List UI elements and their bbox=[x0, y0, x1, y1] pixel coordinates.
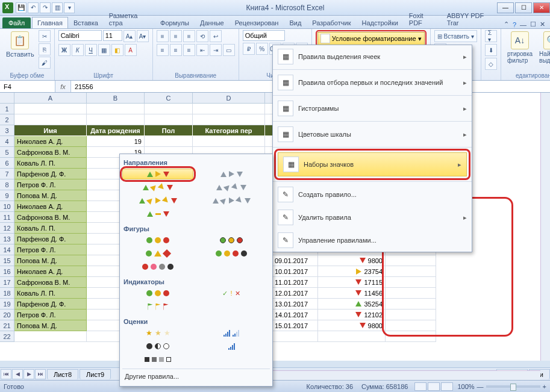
name-cell[interactable]: Сафронова В. М. bbox=[14, 212, 87, 223]
col-header-B[interactable]: B bbox=[87, 93, 145, 104]
row-header[interactable]: 6 bbox=[0, 158, 14, 169]
iconset-4ratings[interactable] bbox=[196, 328, 267, 338]
date-cell[interactable]: 09.01.2017 bbox=[265, 255, 318, 266]
italic-icon[interactable]: К bbox=[72, 44, 84, 56]
indent-icon[interactable]: ⇥ bbox=[210, 44, 222, 56]
date-cell[interactable]: 11.01.2017 bbox=[265, 277, 318, 288]
zoom-slider[interactable] bbox=[486, 385, 540, 388]
name-cell[interactable]: Петров Ф. Л. bbox=[14, 244, 87, 255]
row-header[interactable]: 10 bbox=[0, 201, 14, 212]
tab-review[interactable]: Рецензирован bbox=[230, 17, 284, 28]
iconset-4arrows-gray[interactable] bbox=[196, 182, 267, 193]
row-header[interactable]: 5 bbox=[0, 147, 14, 158]
orientation-icon[interactable]: ⟲ bbox=[196, 30, 208, 42]
table-header[interactable]: Пол bbox=[145, 125, 193, 136]
table-header[interactable]: Дата рождения bbox=[87, 125, 145, 136]
value-cell[interactable]: 17115 bbox=[318, 277, 386, 288]
fill-color-icon[interactable]: ◧ bbox=[111, 44, 123, 56]
iconset-3trafficlights-unrimmed[interactable] bbox=[122, 235, 193, 246]
cell[interactable] bbox=[14, 331, 87, 342]
percent-icon[interactable]: % bbox=[256, 43, 268, 55]
tab-data[interactable]: Данные bbox=[195, 17, 230, 28]
cf-menu-item[interactable]: ✎Создать правило... bbox=[273, 183, 472, 206]
table-header[interactable]: Имя bbox=[14, 125, 87, 136]
row-header[interactable]: 21 bbox=[0, 320, 14, 331]
tab-addins[interactable]: Надстройки bbox=[356, 17, 403, 28]
iconset-3signs[interactable] bbox=[122, 248, 193, 259]
iconset-3symbols-circled[interactable] bbox=[122, 288, 193, 299]
cell[interactable] bbox=[386, 288, 436, 299]
autosum-icon[interactable]: Σ ▾ bbox=[485, 30, 497, 42]
name-cell[interactable]: Коваль Л. П. bbox=[14, 158, 87, 169]
iconset-redtoblack[interactable] bbox=[122, 261, 193, 272]
close-button[interactable]: ✕ bbox=[533, 2, 550, 13]
format-painter-icon[interactable]: 🖌 bbox=[39, 57, 51, 69]
cf-menu-item[interactable]: ✎Управление правилами... bbox=[273, 229, 472, 252]
name-cell[interactable]: Коваль Л. П. bbox=[14, 223, 87, 234]
birth-cell[interactable]: 19 bbox=[87, 136, 145, 147]
fill-icon[interactable]: ⬇ bbox=[485, 44, 497, 56]
row-header[interactable]: 22 bbox=[0, 331, 14, 342]
name-cell[interactable]: Парфенов Д. Ф. bbox=[14, 234, 87, 244]
table-header[interactable]: Категория пер bbox=[193, 125, 265, 136]
minimize-button[interactable]: — bbox=[497, 2, 514, 13]
zoom-control[interactable]: 100% — + bbox=[457, 383, 546, 390]
tab-layout[interactable]: Разметка стра bbox=[104, 10, 155, 28]
sheet-tab[interactable]: Лист9 bbox=[80, 369, 111, 379]
name-cell[interactable]: Парфенов Д. Ф. bbox=[14, 299, 87, 310]
cell[interactable] bbox=[87, 114, 145, 125]
number-format-input[interactable] bbox=[243, 30, 285, 41]
iconsets-other-rules[interactable]: Другие правила... bbox=[122, 369, 270, 384]
name-box[interactable]: F4 bbox=[0, 81, 55, 92]
cut-icon[interactable]: ✂ bbox=[39, 30, 51, 42]
cell[interactable] bbox=[386, 299, 436, 310]
help-icon[interactable]: ? bbox=[513, 21, 516, 28]
name-cell[interactable]: Парфенов Д. Ф. bbox=[14, 169, 87, 179]
row-header[interactable]: 11 bbox=[0, 212, 14, 223]
iconset-5ratings[interactable] bbox=[196, 341, 267, 352]
row-header[interactable]: 18 bbox=[0, 288, 14, 299]
paste-button[interactable]: 📋 Вставить bbox=[4, 30, 37, 69]
row-header[interactable]: 12 bbox=[0, 223, 14, 234]
cf-menu-item[interactable]: ▦Цветовые шкалы▸ bbox=[273, 123, 472, 146]
cell[interactable] bbox=[318, 331, 386, 342]
row-header[interactable]: 16 bbox=[0, 266, 14, 277]
dedent-icon[interactable]: ⇤ bbox=[196, 44, 208, 56]
align-bot-icon[interactable]: ≡ bbox=[183, 30, 195, 42]
currency-icon[interactable]: ₽ bbox=[243, 43, 255, 55]
font-size-input[interactable] bbox=[103, 30, 122, 41]
iconset-3arrows-gray[interactable] bbox=[196, 169, 267, 179]
iconset-5quarters[interactable] bbox=[122, 341, 193, 352]
align-top-icon[interactable]: ≡ bbox=[157, 30, 169, 42]
iconset-5arrows-gray[interactable] bbox=[196, 195, 267, 206]
align-mid-icon[interactable]: ≡ bbox=[170, 30, 182, 42]
row-header[interactable]: 3 bbox=[0, 125, 14, 136]
font-name-input[interactable] bbox=[58, 30, 102, 41]
date-cell[interactable]: 12.01.2017 bbox=[265, 288, 318, 299]
cell[interactable] bbox=[386, 320, 436, 331]
find-select-button[interactable]: 🔍 Найти и выделить bbox=[537, 30, 550, 65]
font-color-icon[interactable]: A bbox=[125, 44, 137, 56]
tab-view[interactable]: Вид bbox=[284, 17, 307, 28]
date-cell[interactable]: 13.01.2017 bbox=[265, 299, 318, 310]
name-cell[interactable]: Николаев А. Д. bbox=[14, 136, 87, 147]
cell[interactable] bbox=[193, 114, 265, 125]
row-header[interactable]: 7 bbox=[0, 169, 14, 179]
file-tab[interactable]: Файл bbox=[2, 17, 31, 28]
iconset-3stars[interactable]: ★★★ bbox=[122, 328, 193, 338]
qat-save-icon[interactable]: 💾 bbox=[16, 2, 27, 13]
tab-insert[interactable]: Вставка bbox=[68, 17, 104, 28]
view-break-icon[interactable] bbox=[441, 382, 453, 391]
date-cell[interactable]: 15.01.2017 bbox=[265, 320, 318, 331]
value-cell[interactable]: 9800 bbox=[318, 320, 386, 331]
sort-filter-button[interactable]: A↓ ртировка фильтр bbox=[505, 30, 535, 65]
cell[interactable] bbox=[193, 136, 265, 147]
shrink-font-icon[interactable]: A▾ bbox=[137, 30, 149, 42]
iconset-4arrows-colored[interactable] bbox=[122, 182, 193, 193]
row-header[interactable]: 19 bbox=[0, 299, 14, 310]
name-cell[interactable]: Николаев А. Д. bbox=[14, 266, 87, 277]
cf-menu-item[interactable]: ▦Наборы значков▸ bbox=[278, 152, 467, 176]
cell[interactable] bbox=[193, 104, 265, 114]
cell[interactable] bbox=[14, 114, 87, 125]
row-header[interactable]: 15 bbox=[0, 255, 14, 266]
